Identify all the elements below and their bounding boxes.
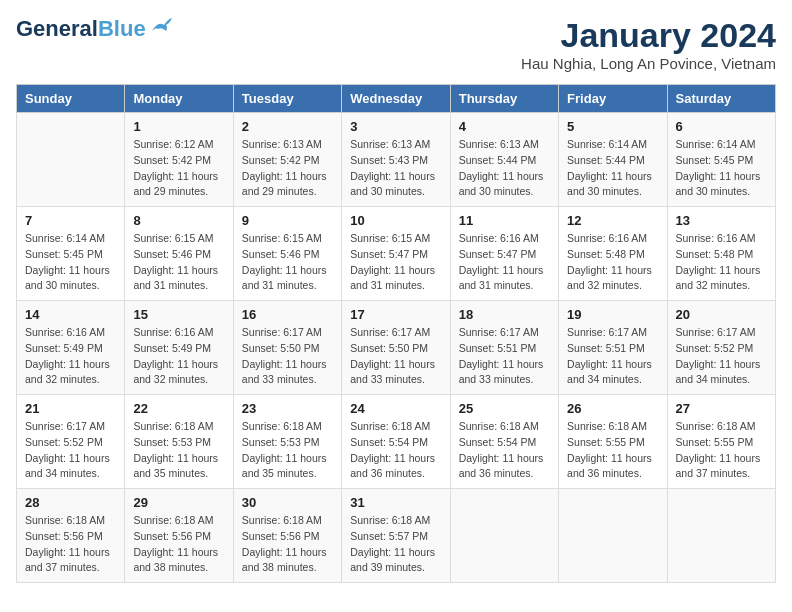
table-row: [667, 489, 775, 583]
page-header: GeneralBlue January 2024 Hau Nghia, Long…: [16, 16, 776, 72]
day-info: Sunrise: 6:14 AM Sunset: 5:45 PM Dayligh…: [25, 231, 116, 294]
day-number: 30: [242, 495, 333, 510]
col-sunday: Sunday: [17, 85, 125, 113]
calendar-week-row: 7Sunrise: 6:14 AM Sunset: 5:45 PM Daylig…: [17, 207, 776, 301]
table-row: 29Sunrise: 6:18 AM Sunset: 5:56 PM Dayli…: [125, 489, 233, 583]
day-number: 5: [567, 119, 658, 134]
day-number: 3: [350, 119, 441, 134]
day-info: Sunrise: 6:17 AM Sunset: 5:52 PM Dayligh…: [25, 419, 116, 482]
day-number: 28: [25, 495, 116, 510]
day-number: 24: [350, 401, 441, 416]
day-number: 7: [25, 213, 116, 228]
table-row: 30Sunrise: 6:18 AM Sunset: 5:56 PM Dayli…: [233, 489, 341, 583]
table-row: [450, 489, 558, 583]
calendar-week-row: 14Sunrise: 6:16 AM Sunset: 5:49 PM Dayli…: [17, 301, 776, 395]
col-monday: Monday: [125, 85, 233, 113]
table-row: 3Sunrise: 6:13 AM Sunset: 5:43 PM Daylig…: [342, 113, 450, 207]
col-wednesday: Wednesday: [342, 85, 450, 113]
day-info: Sunrise: 6:12 AM Sunset: 5:42 PM Dayligh…: [133, 137, 224, 200]
day-number: 20: [676, 307, 767, 322]
day-info: Sunrise: 6:14 AM Sunset: 5:45 PM Dayligh…: [676, 137, 767, 200]
table-row: 20Sunrise: 6:17 AM Sunset: 5:52 PM Dayli…: [667, 301, 775, 395]
table-row: 31Sunrise: 6:18 AM Sunset: 5:57 PM Dayli…: [342, 489, 450, 583]
day-info: Sunrise: 6:18 AM Sunset: 5:54 PM Dayligh…: [459, 419, 550, 482]
table-row: 8Sunrise: 6:15 AM Sunset: 5:46 PM Daylig…: [125, 207, 233, 301]
table-row: 1Sunrise: 6:12 AM Sunset: 5:42 PM Daylig…: [125, 113, 233, 207]
day-number: 25: [459, 401, 550, 416]
day-number: 6: [676, 119, 767, 134]
table-row: 25Sunrise: 6:18 AM Sunset: 5:54 PM Dayli…: [450, 395, 558, 489]
table-row: 16Sunrise: 6:17 AM Sunset: 5:50 PM Dayli…: [233, 301, 341, 395]
day-info: Sunrise: 6:18 AM Sunset: 5:56 PM Dayligh…: [133, 513, 224, 576]
col-friday: Friday: [559, 85, 667, 113]
day-number: 26: [567, 401, 658, 416]
day-number: 31: [350, 495, 441, 510]
day-info: Sunrise: 6:18 AM Sunset: 5:53 PM Dayligh…: [133, 419, 224, 482]
day-info: Sunrise: 6:18 AM Sunset: 5:55 PM Dayligh…: [567, 419, 658, 482]
day-info: Sunrise: 6:16 AM Sunset: 5:48 PM Dayligh…: [676, 231, 767, 294]
day-number: 15: [133, 307, 224, 322]
day-info: Sunrise: 6:17 AM Sunset: 5:50 PM Dayligh…: [242, 325, 333, 388]
calendar-week-row: 28Sunrise: 6:18 AM Sunset: 5:56 PM Dayli…: [17, 489, 776, 583]
table-row: 7Sunrise: 6:14 AM Sunset: 5:45 PM Daylig…: [17, 207, 125, 301]
table-row: 28Sunrise: 6:18 AM Sunset: 5:56 PM Dayli…: [17, 489, 125, 583]
day-number: 10: [350, 213, 441, 228]
day-info: Sunrise: 6:18 AM Sunset: 5:57 PM Dayligh…: [350, 513, 441, 576]
day-info: Sunrise: 6:13 AM Sunset: 5:43 PM Dayligh…: [350, 137, 441, 200]
day-info: Sunrise: 6:18 AM Sunset: 5:55 PM Dayligh…: [676, 419, 767, 482]
day-number: 8: [133, 213, 224, 228]
day-info: Sunrise: 6:17 AM Sunset: 5:51 PM Dayligh…: [567, 325, 658, 388]
table-row: 4Sunrise: 6:13 AM Sunset: 5:44 PM Daylig…: [450, 113, 558, 207]
day-number: 2: [242, 119, 333, 134]
day-info: Sunrise: 6:15 AM Sunset: 5:46 PM Dayligh…: [242, 231, 333, 294]
title-section: January 2024 Hau Nghia, Long An Povince,…: [521, 16, 776, 72]
day-info: Sunrise: 6:17 AM Sunset: 5:50 PM Dayligh…: [350, 325, 441, 388]
day-info: Sunrise: 6:18 AM Sunset: 5:54 PM Dayligh…: [350, 419, 441, 482]
table-row: 10Sunrise: 6:15 AM Sunset: 5:47 PM Dayli…: [342, 207, 450, 301]
table-row: 6Sunrise: 6:14 AM Sunset: 5:45 PM Daylig…: [667, 113, 775, 207]
col-thursday: Thursday: [450, 85, 558, 113]
day-info: Sunrise: 6:16 AM Sunset: 5:48 PM Dayligh…: [567, 231, 658, 294]
day-info: Sunrise: 6:17 AM Sunset: 5:52 PM Dayligh…: [676, 325, 767, 388]
table-row: 12Sunrise: 6:16 AM Sunset: 5:48 PM Dayli…: [559, 207, 667, 301]
day-number: 29: [133, 495, 224, 510]
day-number: 11: [459, 213, 550, 228]
day-number: 16: [242, 307, 333, 322]
day-number: 14: [25, 307, 116, 322]
calendar-title: January 2024: [521, 16, 776, 55]
table-row: [17, 113, 125, 207]
day-info: Sunrise: 6:13 AM Sunset: 5:42 PM Dayligh…: [242, 137, 333, 200]
table-row: 5Sunrise: 6:14 AM Sunset: 5:44 PM Daylig…: [559, 113, 667, 207]
table-row: 15Sunrise: 6:16 AM Sunset: 5:49 PM Dayli…: [125, 301, 233, 395]
table-row: 24Sunrise: 6:18 AM Sunset: 5:54 PM Dayli…: [342, 395, 450, 489]
table-row: 23Sunrise: 6:18 AM Sunset: 5:53 PM Dayli…: [233, 395, 341, 489]
day-info: Sunrise: 6:18 AM Sunset: 5:56 PM Dayligh…: [242, 513, 333, 576]
day-number: 23: [242, 401, 333, 416]
table-row: 11Sunrise: 6:16 AM Sunset: 5:47 PM Dayli…: [450, 207, 558, 301]
day-info: Sunrise: 6:18 AM Sunset: 5:53 PM Dayligh…: [242, 419, 333, 482]
table-row: 9Sunrise: 6:15 AM Sunset: 5:46 PM Daylig…: [233, 207, 341, 301]
day-info: Sunrise: 6:17 AM Sunset: 5:51 PM Dayligh…: [459, 325, 550, 388]
day-number: 13: [676, 213, 767, 228]
table-row: 27Sunrise: 6:18 AM Sunset: 5:55 PM Dayli…: [667, 395, 775, 489]
table-row: 14Sunrise: 6:16 AM Sunset: 5:49 PM Dayli…: [17, 301, 125, 395]
day-info: Sunrise: 6:16 AM Sunset: 5:47 PM Dayligh…: [459, 231, 550, 294]
day-info: Sunrise: 6:18 AM Sunset: 5:56 PM Dayligh…: [25, 513, 116, 576]
day-info: Sunrise: 6:16 AM Sunset: 5:49 PM Dayligh…: [133, 325, 224, 388]
day-info: Sunrise: 6:15 AM Sunset: 5:46 PM Dayligh…: [133, 231, 224, 294]
table-row: 17Sunrise: 6:17 AM Sunset: 5:50 PM Dayli…: [342, 301, 450, 395]
table-row: 26Sunrise: 6:18 AM Sunset: 5:55 PM Dayli…: [559, 395, 667, 489]
day-number: 1: [133, 119, 224, 134]
day-info: Sunrise: 6:14 AM Sunset: 5:44 PM Dayligh…: [567, 137, 658, 200]
table-row: 21Sunrise: 6:17 AM Sunset: 5:52 PM Dayli…: [17, 395, 125, 489]
day-info: Sunrise: 6:16 AM Sunset: 5:49 PM Dayligh…: [25, 325, 116, 388]
table-row: [559, 489, 667, 583]
logo: GeneralBlue: [16, 16, 172, 42]
calendar-week-row: 1Sunrise: 6:12 AM Sunset: 5:42 PM Daylig…: [17, 113, 776, 207]
calendar-week-row: 21Sunrise: 6:17 AM Sunset: 5:52 PM Dayli…: [17, 395, 776, 489]
day-number: 19: [567, 307, 658, 322]
day-number: 4: [459, 119, 550, 134]
table-row: 22Sunrise: 6:18 AM Sunset: 5:53 PM Dayli…: [125, 395, 233, 489]
table-row: 19Sunrise: 6:17 AM Sunset: 5:51 PM Dayli…: [559, 301, 667, 395]
col-saturday: Saturday: [667, 85, 775, 113]
